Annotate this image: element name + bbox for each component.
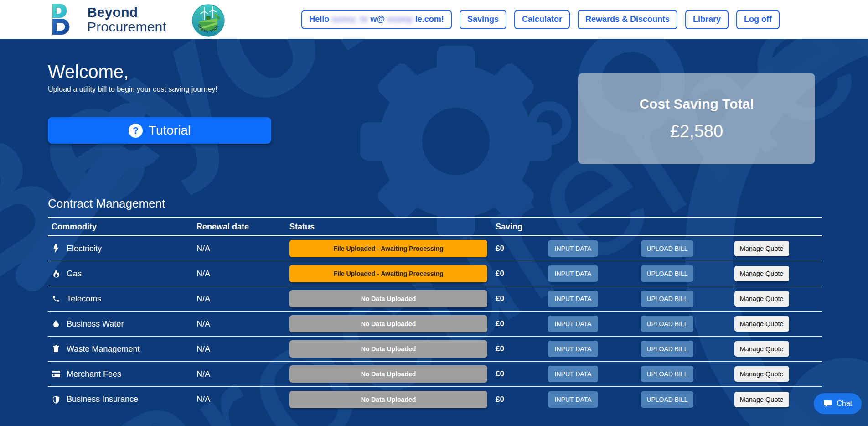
input-data-button[interactable]: INPUT DATA bbox=[548, 240, 598, 257]
top-header: Beyond Procurement bbox=[0, 0, 868, 39]
renewal-date-value: N/A bbox=[196, 294, 289, 304]
status-badge: File Uploaded - Awaiting Processing bbox=[289, 240, 487, 257]
saving-value: £0 bbox=[496, 294, 542, 303]
table-row: Electricity N/A File Uploaded - Awaiting… bbox=[48, 236, 822, 261]
upload-bill-button[interactable]: UPLOAD BILL bbox=[641, 240, 693, 257]
saving-value: £0 bbox=[496, 244, 542, 253]
manage-quote-button[interactable]: Manage Quote bbox=[734, 241, 789, 256]
table-row: Telecoms N/A No Data Uploaded £0 INPUT D… bbox=[48, 286, 822, 312]
upload-bill-button[interactable]: UPLOAD BILL bbox=[641, 265, 693, 282]
main-dashboard: Beyond Procurement bbox=[0, 39, 868, 426]
commodity-label: Business Water bbox=[67, 319, 124, 329]
green-tool-box-badge: GREEN TOOL BOX bbox=[192, 4, 225, 37]
tutorial-button[interactable]: ? Tutorial bbox=[48, 117, 271, 144]
commodity-label: Business Insurance bbox=[67, 395, 138, 404]
greeting-prefix: Hello bbox=[309, 15, 329, 24]
cost-saving-total-card: Cost Saving Total £2,580 bbox=[578, 73, 815, 164]
nav-savings-button[interactable]: Savings bbox=[460, 10, 506, 29]
renewal-date-value: N/A bbox=[196, 369, 289, 379]
input-data-button[interactable]: INPUT DATA bbox=[548, 316, 598, 332]
brand-name-line2: Procurement bbox=[87, 20, 166, 34]
beyond-b-logo-icon bbox=[48, 3, 76, 36]
commodity-label: Electricity bbox=[67, 244, 102, 254]
commodity-label: Waste Management bbox=[67, 344, 140, 354]
status-badge: No Data Uploaded bbox=[289, 315, 487, 332]
nav-rewards-discounts-button[interactable]: Rewards & Discounts bbox=[578, 10, 677, 29]
input-data-button[interactable]: INPUT DATA bbox=[548, 265, 598, 282]
nav-log-off-button[interactable]: Log off bbox=[736, 10, 780, 29]
renewal-date-value: N/A bbox=[196, 269, 289, 279]
manage-quote-button[interactable]: Manage Quote bbox=[734, 366, 789, 382]
nav-calculator-button[interactable]: Calculator bbox=[514, 10, 570, 29]
status-badge: No Data Uploaded bbox=[289, 290, 487, 307]
flame-icon bbox=[52, 269, 61, 278]
tutorial-button-label: Tutorial bbox=[149, 123, 191, 138]
nav-library-button[interactable]: Library bbox=[685, 10, 728, 29]
question-mark-icon: ? bbox=[129, 124, 143, 138]
renewal-date-value: N/A bbox=[196, 319, 289, 329]
greeting-email-redacted2: examp bbox=[387, 15, 413, 24]
commodity-label: Gas bbox=[67, 269, 82, 279]
commodity-label: Merchant Fees bbox=[67, 369, 121, 379]
brand-logo[interactable]: Beyond Procurement bbox=[48, 3, 166, 36]
manage-quote-button[interactable]: Manage Quote bbox=[734, 316, 789, 332]
greeting-button[interactable]: Hello sunny_fo w@ examp le.com! bbox=[301, 10, 452, 29]
saving-value: £0 bbox=[496, 369, 542, 379]
saving-value: £0 bbox=[496, 319, 542, 328]
header-nav: Hello sunny_fo w@ examp le.com! Savings … bbox=[301, 10, 780, 29]
status-badge: File Uploaded - Awaiting Processing bbox=[289, 265, 487, 282]
table-row: Waste Management N/A No Data Uploaded £0… bbox=[48, 337, 822, 362]
saving-value: £0 bbox=[496, 395, 542, 404]
phone-icon bbox=[52, 294, 61, 303]
input-data-button[interactable]: INPUT DATA bbox=[548, 341, 598, 357]
table-row: Business Water N/A No Data Uploaded £0 I… bbox=[48, 312, 822, 337]
saving-value: £0 bbox=[496, 344, 542, 353]
renewal-date-value: N/A bbox=[196, 395, 289, 404]
renewal-date-value: N/A bbox=[196, 344, 289, 354]
water-drop-icon bbox=[52, 319, 61, 328]
contract-management-title: Contract Management bbox=[48, 197, 822, 211]
commodity-label: Telecoms bbox=[67, 294, 101, 304]
shield-icon bbox=[52, 395, 61, 404]
chat-button[interactable]: Chat bbox=[814, 393, 862, 414]
column-header-saving: Saving bbox=[496, 222, 542, 232]
renewal-date-value: N/A bbox=[196, 244, 289, 254]
input-data-button[interactable]: INPUT DATA bbox=[548, 391, 598, 408]
greeting-email-visible: w@ bbox=[370, 15, 385, 24]
lightning-icon bbox=[52, 244, 61, 253]
saving-value: £0 bbox=[496, 269, 542, 278]
input-data-button[interactable]: INPUT DATA bbox=[548, 291, 598, 307]
upload-bill-button[interactable]: UPLOAD BILL bbox=[641, 291, 693, 307]
status-badge: No Data Uploaded bbox=[289, 365, 487, 383]
table-row: Business Insurance N/A No Data Uploaded … bbox=[48, 387, 822, 412]
upload-bill-button[interactable]: UPLOAD BILL bbox=[641, 316, 693, 332]
table-row: Gas N/A File Uploaded - Awaiting Process… bbox=[48, 261, 822, 286]
greeting-email-redacted: sunny_fo bbox=[331, 15, 368, 24]
cost-saving-total-title: Cost Saving Total bbox=[639, 96, 754, 112]
cost-saving-total-value: £2,580 bbox=[670, 122, 723, 141]
manage-quote-button[interactable]: Manage Quote bbox=[734, 266, 789, 281]
status-badge: No Data Uploaded bbox=[289, 391, 487, 408]
brand-name-line1: Beyond bbox=[87, 5, 166, 20]
brand-name: Beyond Procurement bbox=[87, 5, 166, 34]
table-header-row: Commodity Renewal date Status Saving bbox=[48, 217, 822, 236]
status-badge: No Data Uploaded bbox=[289, 340, 487, 358]
upload-bill-button[interactable]: UPLOAD BILL bbox=[641, 341, 693, 357]
column-header-commodity: Commodity bbox=[48, 222, 196, 232]
column-header-renewal-date: Renewal date bbox=[196, 222, 289, 232]
upload-bill-button[interactable]: UPLOAD BILL bbox=[641, 366, 693, 382]
greeting-email-suffix: le.com! bbox=[415, 15, 444, 24]
trash-icon bbox=[52, 344, 61, 353]
contract-management-section: Contract Management Commodity Renewal da… bbox=[48, 197, 822, 412]
table-row: Merchant Fees N/A No Data Uploaded £0 IN… bbox=[48, 362, 822, 387]
upload-bill-button[interactable]: UPLOAD BILL bbox=[641, 391, 693, 408]
input-data-button[interactable]: INPUT DATA bbox=[548, 366, 598, 382]
column-header-status: Status bbox=[289, 222, 496, 232]
manage-quote-button[interactable]: Manage Quote bbox=[734, 341, 789, 357]
manage-quote-button[interactable]: Manage Quote bbox=[734, 291, 789, 307]
credit-card-icon bbox=[52, 369, 61, 379]
manage-quote-button[interactable]: Manage Quote bbox=[734, 392, 789, 407]
chat-button-label: Chat bbox=[837, 400, 852, 408]
chat-bubble-icon bbox=[823, 400, 832, 408]
